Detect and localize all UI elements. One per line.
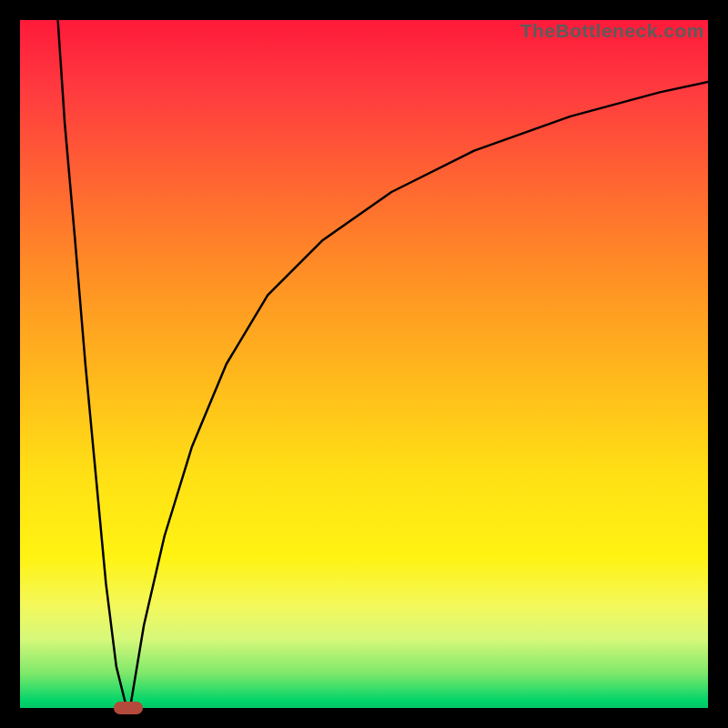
right-branch-curve [130,82,708,708]
plot-area: TheBottleneck.com [20,20,708,708]
left-branch-curve [58,20,127,708]
chart-curves [20,20,708,708]
chart-frame: TheBottleneck.com [0,0,728,728]
minimum-marker [114,702,143,714]
